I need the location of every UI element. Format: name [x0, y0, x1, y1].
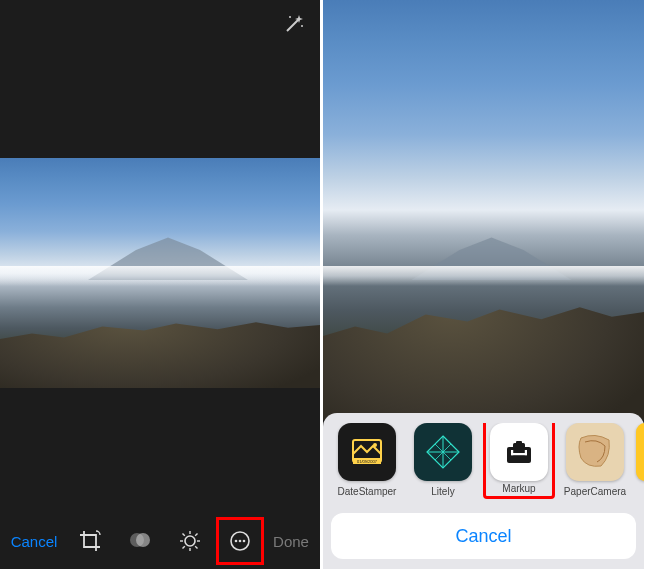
svg-rect-30 — [516, 441, 522, 444]
photo-preview — [323, 0, 644, 420]
app-label: PaperCamera — [564, 486, 626, 497]
filters-icon — [127, 528, 153, 554]
svg-point-20 — [373, 443, 377, 447]
more-button[interactable] — [216, 517, 264, 565]
app-datestamper[interactable]: 01/09/2007 DateStamper — [331, 423, 403, 499]
svg-rect-32 — [511, 450, 513, 455]
extensions-action-sheet: 01/09/2007 DateStamper Litely — [323, 413, 644, 569]
crop-icon — [78, 529, 102, 553]
done-button[interactable]: Done — [266, 517, 316, 565]
edit-toolbar: Cancel — [0, 513, 320, 569]
papercamera-icon — [566, 423, 624, 481]
svg-point-16 — [239, 540, 242, 543]
svg-text:01/09/2007: 01/09/2007 — [357, 459, 378, 464]
svg-point-4 — [136, 533, 150, 547]
photo-edit-extensions-screen: 01/09/2007 DateStamper Litely — [322, 0, 644, 569]
adjust-light-button[interactable] — [166, 517, 214, 565]
app-papercamera[interactable]: PaperCamera — [559, 423, 631, 499]
app-label: Litely — [431, 486, 454, 497]
svg-line-12 — [183, 546, 185, 548]
more-icon — [228, 529, 252, 553]
svg-point-15 — [235, 540, 238, 543]
datestamper-icon: 01/09/2007 — [338, 423, 396, 481]
svg-line-13 — [195, 534, 197, 536]
crop-rotate-button[interactable] — [66, 517, 114, 565]
svg-line-11 — [195, 546, 197, 548]
photo-preview — [0, 158, 320, 388]
svg-point-2 — [301, 25, 303, 27]
auto-enhance-wand-icon[interactable] — [280, 10, 308, 38]
app-markup[interactable]: Markup — [483, 423, 555, 499]
photo-edit-screen: Cancel — [0, 0, 322, 569]
svg-point-5 — [185, 536, 195, 546]
filters-button[interactable] — [116, 517, 164, 565]
svg-point-17 — [243, 540, 246, 543]
extensions-apps-row: 01/09/2007 DateStamper Litely — [323, 423, 644, 507]
app-litely[interactable]: Litely — [407, 423, 479, 499]
app-partial-next[interactable] — [635, 423, 644, 499]
app-label: DateStamper — [338, 486, 397, 497]
light-dial-icon — [178, 529, 202, 553]
svg-line-10 — [183, 534, 185, 536]
wand-icon — [282, 12, 306, 36]
markup-icon — [490, 423, 548, 481]
sheet-cancel-button[interactable]: Cancel — [331, 513, 636, 559]
app-label: Markup — [502, 483, 535, 494]
svg-rect-33 — [525, 450, 527, 455]
partial-app-icon — [636, 423, 644, 481]
svg-rect-31 — [511, 453, 527, 455]
svg-line-0 — [287, 19, 299, 31]
litely-icon — [414, 423, 472, 481]
cancel-button[interactable]: Cancel — [4, 517, 64, 565]
svg-point-1 — [289, 16, 291, 18]
